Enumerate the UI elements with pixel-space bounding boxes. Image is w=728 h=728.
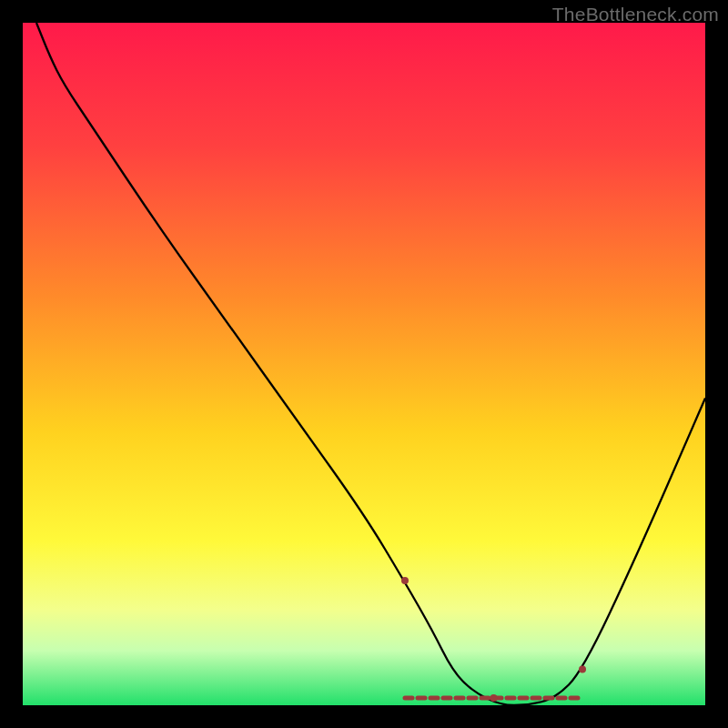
chart-frame: TheBottleneck.com: [0, 0, 728, 728]
svg-point-1: [401, 577, 409, 584]
plot-area: [23, 23, 705, 705]
svg-point-2: [490, 694, 498, 702]
bottleneck-chart: [23, 23, 705, 705]
watermark-text: TheBottleneck.com: [552, 4, 719, 25]
svg-point-3: [579, 666, 586, 673]
gradient-background: [23, 23, 705, 705]
